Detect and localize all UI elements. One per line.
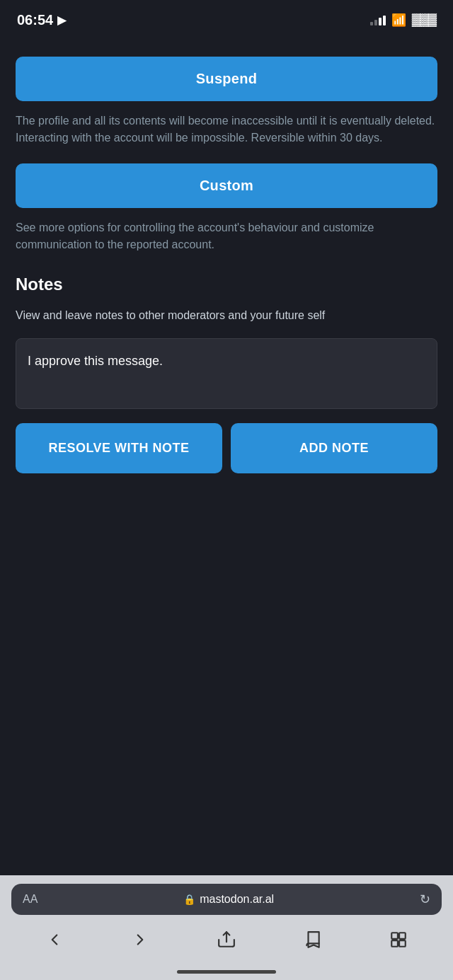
custom-description: See more options for controlling the acc… bbox=[16, 219, 437, 253]
suspend-button[interactable]: Suspend bbox=[16, 57, 437, 101]
notes-section: Notes View and leave notes to other mode… bbox=[16, 275, 437, 473]
suspend-description: The profile and all its contents will be… bbox=[16, 113, 437, 146]
location-icon: ▶ bbox=[57, 13, 66, 27]
lock-icon: 🔒 bbox=[183, 894, 195, 905]
action-buttons-row: RESOLVE WITH NOTE ADD NOTE bbox=[16, 423, 437, 473]
share-icon bbox=[217, 930, 236, 949]
browser-container: AA 🔒 mastodon.ar.al ↻ bbox=[0, 875, 453, 980]
forward-button[interactable] bbox=[120, 925, 161, 955]
browser-nav bbox=[11, 922, 442, 957]
note-input[interactable] bbox=[16, 338, 437, 409]
tabs-button[interactable] bbox=[378, 925, 419, 955]
custom-button[interactable]: Custom bbox=[16, 163, 437, 208]
svg-rect-2 bbox=[399, 933, 406, 939]
aa-label[interactable]: AA bbox=[23, 893, 38, 906]
notes-subtitle: View and leave notes to other moderators… bbox=[16, 307, 437, 324]
notes-title: Notes bbox=[16, 275, 437, 294]
back-icon bbox=[45, 930, 64, 949]
back-button[interactable] bbox=[34, 925, 75, 955]
tabs-icon bbox=[389, 930, 408, 949]
main-content: Suspend The profile and all its contents… bbox=[0, 40, 453, 875]
battery-icon: ▓▓▓ bbox=[412, 13, 436, 27]
share-button[interactable] bbox=[206, 925, 247, 955]
svg-rect-3 bbox=[391, 940, 398, 947]
add-note-button[interactable]: ADD NOTE bbox=[231, 423, 437, 473]
home-indicator bbox=[0, 963, 453, 980]
reload-icon[interactable]: ↻ bbox=[420, 892, 430, 907]
bookmarks-icon bbox=[304, 930, 322, 949]
svg-rect-4 bbox=[399, 940, 406, 947]
forward-icon bbox=[131, 930, 149, 949]
url-domain: 🔒 mastodon.ar.al bbox=[43, 893, 414, 906]
home-bar bbox=[177, 970, 276, 974]
time-display: 06:54 bbox=[17, 12, 53, 28]
wifi-icon: 📶 bbox=[391, 13, 406, 28]
url-bar[interactable]: AA 🔒 mastodon.ar.al ↻ bbox=[11, 884, 442, 915]
bookmarks-button[interactable] bbox=[292, 925, 333, 955]
url-text: mastodon.ar.al bbox=[200, 893, 274, 906]
resolve-with-note-button[interactable]: RESOLVE WITH NOTE bbox=[16, 423, 222, 473]
svg-rect-1 bbox=[391, 933, 398, 939]
status-time: 06:54 ▶ bbox=[17, 12, 66, 28]
status-icons: 📶 ▓▓▓ bbox=[370, 13, 436, 28]
status-bar: 06:54 ▶ 📶 ▓▓▓ bbox=[0, 0, 453, 40]
signal-strength bbox=[370, 14, 386, 25]
browser-bar: AA 🔒 mastodon.ar.al ↻ bbox=[0, 875, 453, 963]
